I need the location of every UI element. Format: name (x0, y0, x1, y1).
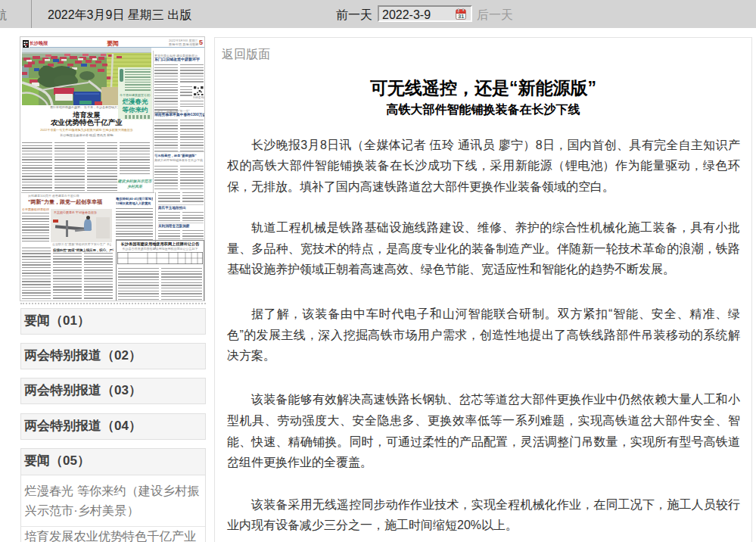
svg-text:31: 31 (458, 13, 464, 20)
